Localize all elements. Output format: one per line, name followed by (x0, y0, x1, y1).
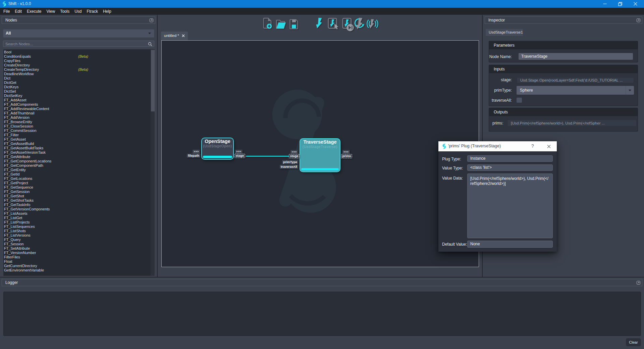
splitter-left[interactable] (157, 15, 158, 277)
menu-item-ftrack[interactable]: Ftrack (84, 9, 100, 14)
node-type-item[interactable]: FT_Filter (3, 133, 155, 137)
restore-button[interactable] (614, 0, 626, 8)
node-type-item[interactable]: FT_ListAssets (3, 211, 155, 216)
node-filter-dropdown[interactable]: All (3, 29, 154, 38)
port-openstage-stage-out[interactable]: stage (234, 154, 245, 158)
node-type-item[interactable]: DictGet (3, 81, 155, 85)
dialog-close-button[interactable] (545, 141, 553, 151)
node-type-item[interactable]: FT_AddAsset (3, 98, 155, 102)
menu-item-usd[interactable]: Usd (72, 9, 84, 14)
node-type-item[interactable]: FT_ListVersions (3, 233, 155, 238)
port-openstage-filepath[interactable]: filepath (187, 154, 200, 158)
traverseall-checkbox[interactable] (517, 98, 522, 103)
node-name-input[interactable]: TraverseStage (519, 53, 633, 60)
node-type-item[interactable]: FT_GetVersionComponents (3, 207, 155, 211)
open-scene-icon[interactable] (276, 19, 286, 29)
node-type-item[interactable]: GetCurrentDirectory (3, 264, 155, 268)
menu-item-view[interactable]: View (44, 9, 58, 14)
inspector-tab-usdstagetraverse1[interactable]: UsdStageTraverse1 (486, 29, 523, 36)
node-type-item[interactable]: FT_AddThumbnail (3, 111, 155, 115)
list-scrollbar[interactable] (151, 49, 155, 276)
clear-button[interactable]: Clear (626, 338, 641, 346)
default-value-field[interactable]: None (467, 241, 553, 248)
menu-item-tools[interactable]: Tools (58, 9, 72, 14)
plug-type-field[interactable]: Instance (467, 155, 553, 162)
node-type-item[interactable]: FT_ListGet (3, 216, 155, 220)
port-openstage-exec-out[interactable]: >>> (235, 150, 243, 154)
node-type-item[interactable]: FT_GetTaskInfo (3, 203, 155, 207)
node-type-item[interactable]: DeadlineWorkflow (3, 72, 155, 76)
node-type-item[interactable]: FT_CommitSession (3, 129, 155, 133)
node-type-item[interactable]: FT_GetAssetBuildTasks (3, 146, 155, 150)
node-type-item[interactable]: FT_GetAssetVersionTask (3, 150, 155, 155)
node-type-item[interactable]: FT_Session (3, 242, 155, 246)
node-type-item[interactable]: FT_BrowseEntity (3, 120, 155, 124)
node-openstage[interactable]: OpenStage (UsdStageOpen) (201, 138, 234, 160)
port-traversestage-primtype[interactable]: primType (282, 160, 298, 164)
port-traversestage-exec-out[interactable]: >>> (342, 150, 350, 154)
node-type-item[interactable]: CreateTempDirectory(Beta) (3, 67, 155, 72)
menu-item-edit[interactable]: Edit (12, 9, 24, 14)
node-type-item[interactable]: FT_GetEntity (3, 168, 155, 172)
logger-output-area[interactable] (3, 292, 641, 336)
node-type-item[interactable]: FT_Query (3, 238, 155, 242)
node-type-item[interactable]: FT_GetComponentPath (3, 163, 155, 168)
node-type-item[interactable]: CopyFiles (3, 59, 155, 63)
node-type-item[interactable]: FT_SetAttribute (3, 246, 155, 251)
node-type-item[interactable]: FT_GetAsset (3, 137, 155, 142)
value-data-field[interactable]: [Usd.Prim(</refSphere/world>), Usd.Prim(… (467, 173, 553, 238)
value-type-field[interactable]: <class 'list'> (467, 164, 553, 171)
node-type-item[interactable]: FT_GetShotTasks (3, 198, 155, 203)
edge-stage-connection[interactable] (246, 156, 289, 157)
node-type-item[interactable]: FT_GetComponentLocations (3, 159, 155, 163)
node-traversestage[interactable]: TraverseStage (UsdStageTraverse) (300, 138, 340, 172)
splitter-bottom[interactable] (0, 277, 644, 278)
dialog-help-button[interactable]: ? (529, 141, 536, 151)
graph-tab[interactable]: untitled * (161, 32, 188, 41)
node-type-item[interactable]: FT_GetShot (3, 194, 155, 198)
menu-item-help[interactable]: Help (100, 9, 114, 14)
node-type-item[interactable]: FT_GetAssetBuild (3, 142, 155, 146)
node-type-item[interactable]: FT_GetLocations (3, 177, 155, 181)
port-traversestage-prims-out[interactable]: prims (341, 154, 352, 158)
node-type-item[interactable]: FT_GetId (3, 172, 155, 177)
node-type-item[interactable]: FT_ListProjects (3, 220, 155, 225)
execute-from-icon[interactable] (342, 17, 354, 32)
port-traversestage-stage-in[interactable]: stage (289, 154, 300, 158)
primtype-dropdown[interactable]: Sphere (517, 86, 634, 95)
node-type-item[interactable]: Dict (3, 76, 155, 81)
node-type-item[interactable]: FT_GetSession (3, 190, 155, 194)
node-type-item[interactable]: DictKeys (3, 85, 155, 89)
node-type-item[interactable]: ConditionEquals(Beta) (3, 54, 155, 59)
node-type-item[interactable]: FT_GetSequence (3, 185, 155, 190)
tab-close-icon[interactable] (182, 34, 185, 37)
soft-execute-icon[interactable] (354, 17, 365, 31)
prims-value-field[interactable]: [Usd.Prim(</refSphere/world>), Usd.Prim(… (507, 119, 637, 127)
node-type-item[interactable]: FilterFiles (3, 255, 155, 259)
close-button[interactable] (630, 0, 641, 8)
node-type-item[interactable]: FT_AddReviewableContent (3, 107, 155, 111)
port-traversestage-exec-in[interactable]: >>> (290, 150, 298, 154)
node-type-item[interactable]: FT_ListShots (3, 229, 155, 233)
node-type-item[interactable]: CreateDirectory (3, 63, 155, 67)
save-scene-icon[interactable] (289, 19, 298, 29)
node-type-item[interactable]: DictSet (3, 89, 155, 94)
undock-icon[interactable] (637, 18, 640, 22)
node-type-item[interactable]: FT_CloseSession (3, 124, 155, 129)
node-type-item[interactable]: DictSetKey (3, 94, 155, 98)
node-type-item[interactable]: GetEnvironmentVariable (3, 268, 155, 272)
execute-icon[interactable] (315, 17, 323, 30)
live-execute-icon[interactable] (366, 18, 379, 30)
search-input[interactable] (5, 41, 143, 47)
undock-icon[interactable] (637, 281, 640, 285)
port-traversestage-traverseall[interactable]: traverseAll (280, 165, 298, 169)
new-scene-icon[interactable] (263, 18, 273, 30)
port-openstage-exec-in[interactable]: >>> (193, 150, 200, 154)
node-graph-canvas[interactable]: OpenStage (UsdStageOpen) TraverseStage (… (161, 40, 479, 267)
minimize-button[interactable] (599, 0, 610, 8)
execute-selected-icon[interactable] (328, 17, 339, 30)
node-type-item[interactable]: Bool (3, 50, 155, 54)
node-type-item[interactable]: FT_AddVersion (3, 115, 155, 120)
undock-icon[interactable] (150, 18, 153, 22)
menu-item-execute[interactable]: Execute (24, 9, 44, 14)
